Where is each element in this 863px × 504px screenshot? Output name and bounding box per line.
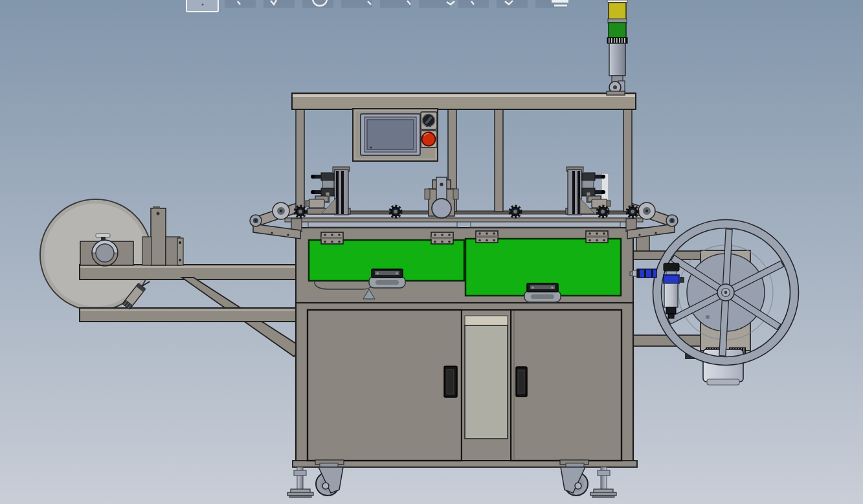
beam-top-highlight: [293, 94, 635, 97]
screen-face[interactable]: [367, 120, 414, 149]
filter-bowl: [664, 283, 678, 307]
table-front-edge: [285, 218, 643, 222]
cabinet-center-column: [462, 310, 511, 461]
selector-switch[interactable]: [421, 112, 437, 129]
emergency-stop-button[interactable]: [421, 131, 437, 148]
viewport-canvas[interactable]: [0, 0, 863, 504]
post-shoulder: [142, 237, 151, 265]
disc-hole: [706, 315, 710, 319]
control-panel[interactable]: [353, 109, 438, 161]
cover-latch-left[interactable]: [369, 269, 405, 288]
hinge-1: [321, 232, 343, 244]
mount-foot: [607, 91, 625, 95]
hinge-2: [431, 232, 453, 244]
cad-app-window: [0, 0, 863, 504]
cover-latch-right[interactable]: [524, 283, 561, 302]
tower-pole: [609, 43, 625, 76]
guide-roller: [432, 199, 451, 218]
center-strip: [465, 316, 508, 325]
gauge-stub: [680, 277, 684, 283]
hinge-3: [476, 231, 498, 243]
toolbar-active-button[interactable]: [186, 0, 218, 12]
beam-highlight: [80, 266, 295, 268]
gantry-post-left: [296, 109, 304, 212]
roll-shaft: [96, 244, 114, 262]
regulator-blue-band: [664, 275, 679, 283]
toolbar-active-glyph-fragment: [201, 3, 203, 5]
tower-green-light: [609, 23, 626, 38]
tower-yellow-light: [609, 3, 626, 19]
door-handle-right[interactable]: [516, 367, 527, 397]
wheel-hub: [717, 284, 734, 301]
cabinet-door-left[interactable]: [308, 310, 462, 461]
gantry-beam-group: [292, 93, 636, 109]
door-handle-left[interactable]: [444, 366, 457, 397]
gantry-post-mid-right: [495, 109, 503, 212]
center-panel: [465, 325, 508, 439]
drain-plug: [668, 314, 674, 318]
air-valve-body: [637, 269, 656, 278]
hinge-4: [586, 231, 608, 243]
stand-post: [151, 208, 166, 265]
gantry-post-right: [623, 109, 632, 212]
screen-cursor-dot: [370, 147, 372, 149]
beam-highlight: [80, 309, 295, 311]
hmi-screen[interactable]: [361, 114, 420, 155]
post-cap: [153, 206, 160, 209]
